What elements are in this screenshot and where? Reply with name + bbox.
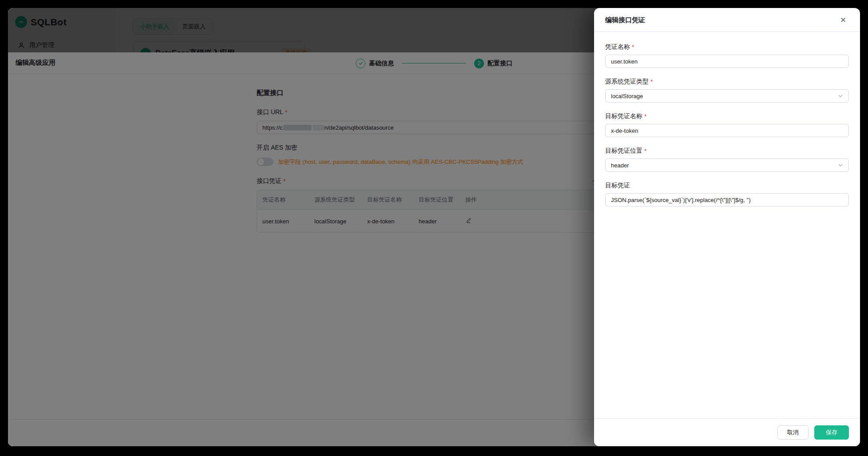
edit-credential-drawer: 编辑接口凭证 ✕ 凭证名称* 源系统凭证类型* localStorage 目标凭… xyxy=(594,8,860,446)
drawer-header: 编辑接口凭证 ✕ xyxy=(594,8,860,32)
cancel-button[interactable]: 取消 xyxy=(777,425,809,440)
chevron-down-icon xyxy=(838,93,843,99)
target-position-label: 目标凭证位置* xyxy=(605,147,849,155)
drawer-title: 编辑接口凭证 xyxy=(605,16,645,24)
required-asterisk: * xyxy=(632,44,634,51)
target-name-input[interactable] xyxy=(605,124,849,137)
save-button[interactable]: 保存 xyxy=(814,425,849,440)
required-asterisk: * xyxy=(644,147,646,155)
chevron-down-icon xyxy=(838,163,843,168)
drawer-form: 凭证名称* 源系统凭证类型* localStorage 目标凭证名称* 目标凭证… xyxy=(594,32,860,216)
screen: SQLBot 用户管理 小助手嵌入 页面嵌入 DataEase高级嵌入应用 xyxy=(0,0,868,456)
target-position-select[interactable]: header xyxy=(605,159,849,172)
credential-name-label: 凭证名称* xyxy=(605,43,849,52)
select-value: header xyxy=(611,162,629,169)
credential-name-input[interactable] xyxy=(605,55,849,68)
select-value: localStorage xyxy=(611,93,643,99)
close-icon[interactable]: ✕ xyxy=(839,16,848,24)
app-window: SQLBot 用户管理 小助手嵌入 页面嵌入 DataEase高级嵌入应用 xyxy=(8,8,860,446)
required-asterisk: * xyxy=(650,78,653,85)
drawer-footer: 取消 保存 xyxy=(594,418,860,446)
target-credential-label: 目标凭证 xyxy=(605,181,849,190)
target-credential-input[interactable] xyxy=(605,193,849,206)
source-type-select[interactable]: localStorage xyxy=(605,89,849,103)
source-type-label: 源系统凭证类型* xyxy=(605,77,849,86)
required-asterisk: * xyxy=(644,113,646,120)
target-name-label: 目标凭证名称* xyxy=(605,112,849,121)
